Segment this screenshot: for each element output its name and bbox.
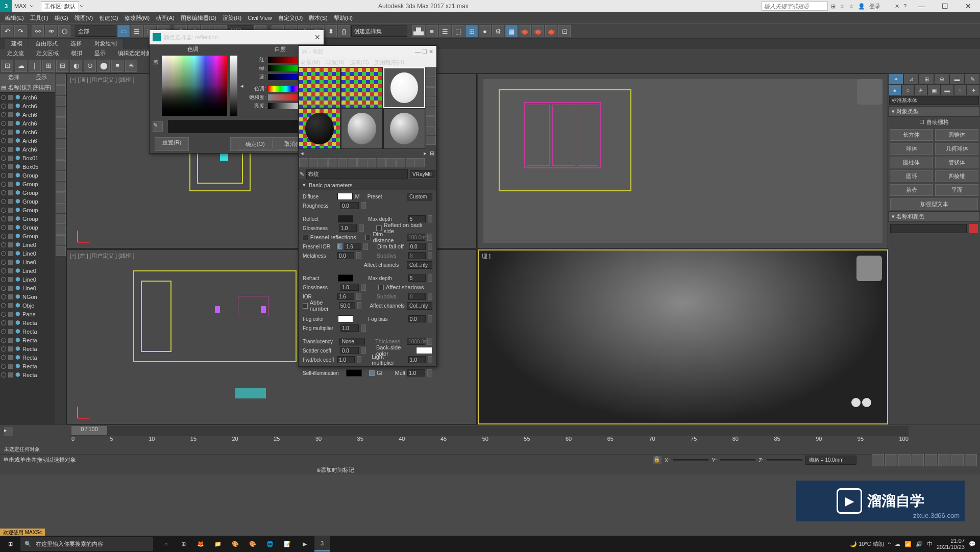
x-input[interactable] xyxy=(673,459,708,461)
visibility-icon[interactable] xyxy=(1,303,6,308)
freeze-icon[interactable] xyxy=(8,156,13,161)
scene-row[interactable]: ⬢Group xyxy=(0,206,55,214)
fogmult-spinner[interactable]: 1.0 xyxy=(340,324,359,332)
visibility-icon[interactable] xyxy=(1,104,6,109)
visibility-icon[interactable] xyxy=(1,164,6,169)
close-icon[interactable]: ✕ xyxy=(314,33,321,41)
spacewarps-icon[interactable]: ≈ xyxy=(954,85,967,96)
ribbon-icon[interactable]: ≡ xyxy=(111,60,124,72)
mat-tool-icon[interactable] xyxy=(406,158,415,167)
menu-help[interactable]: 帮助(H) xyxy=(331,13,356,23)
tab-selection[interactable]: 选择 xyxy=(64,39,88,49)
spinner-arrows[interactable] xyxy=(427,369,432,377)
visibility-icon[interactable] xyxy=(1,234,6,239)
render-prod-button[interactable]: 🫖 xyxy=(532,25,544,37)
freeze-icon[interactable] xyxy=(8,164,13,169)
filter-icon[interactable] xyxy=(56,74,66,85)
mat-tool-icon[interactable] xyxy=(386,158,396,167)
create-tab[interactable]: ✦ xyxy=(888,73,903,85)
scene-row[interactable]: ⬢Group xyxy=(0,171,55,180)
exchange-icon[interactable]: ✕ xyxy=(895,3,899,10)
ribbon-icon[interactable]: ⊙ xyxy=(84,60,96,72)
mat-menu-material[interactable]: 材质(M) xyxy=(301,59,321,66)
spinner-arrows[interactable] xyxy=(428,315,432,322)
tray-cloud-icon[interactable]: ☁ xyxy=(895,541,900,547)
undo-button[interactable]: ↶ xyxy=(1,25,13,37)
tab-paint[interactable]: 对象绘制 xyxy=(88,39,124,49)
user-icon[interactable]: 👤 xyxy=(858,3,865,10)
slot-tool-icon[interactable] xyxy=(426,136,436,145)
diffuse-map-button[interactable]: M xyxy=(355,193,360,199)
freeze-icon[interactable] xyxy=(8,286,13,291)
visibility-icon[interactable] xyxy=(1,294,6,299)
menu-edit[interactable]: 编辑(E) xyxy=(2,13,27,23)
spinner-arrows[interactable] xyxy=(356,293,361,300)
color-gradient[interactable] xyxy=(162,56,227,116)
filter-icon[interactable] xyxy=(56,192,66,203)
app-icon[interactable]: 📝 xyxy=(280,536,295,551)
nav-icon[interactable] xyxy=(938,454,950,466)
ok-button[interactable]: 确定(O) xyxy=(238,139,273,149)
render-iter-button[interactable]: 🫖 xyxy=(545,25,557,37)
render-button[interactable]: 🫖 xyxy=(519,25,531,37)
scene-row[interactable]: ⬢Arch6 xyxy=(0,119,55,128)
visibility-icon[interactable] xyxy=(1,268,6,273)
scene-row[interactable]: ⬢Group xyxy=(0,197,55,206)
subdivs-spinner[interactable]: 8 xyxy=(408,252,425,259)
dimfall-spinner[interactable]: 0.0 xyxy=(409,243,426,250)
lock-icon[interactable]: L xyxy=(337,243,342,249)
chevron-down-icon[interactable] xyxy=(79,3,85,9)
filter-icon[interactable] xyxy=(56,149,66,160)
material-slot[interactable] xyxy=(299,109,340,149)
hierarchy-tab[interactable]: ⊞ xyxy=(919,73,934,85)
dimdist-check[interactable] xyxy=(365,235,371,240)
firefox-icon[interactable]: 🦊 xyxy=(193,536,208,551)
visibility-icon[interactable] xyxy=(1,286,6,291)
tube-button[interactable]: 管状体 xyxy=(935,157,978,168)
dialog-title[interactable]: 颜色选择器: reflection ✕ xyxy=(150,30,324,44)
filter-icon[interactable] xyxy=(56,224,66,235)
ribbon-icon[interactable]: ⬤ xyxy=(97,60,110,72)
mat-tool-icon[interactable] xyxy=(377,158,386,167)
visibility-icon[interactable] xyxy=(1,242,6,247)
selection-filter[interactable]: 全部 xyxy=(76,26,116,37)
eyedropper-icon[interactable]: ✎ xyxy=(153,121,163,132)
scene-row[interactable]: ⬢Recta xyxy=(0,327,55,336)
mat-menu-options[interactable]: 选项(O) xyxy=(350,59,369,66)
scene-row[interactable]: ⬢Box05 xyxy=(0,162,55,171)
filter-icon[interactable] xyxy=(56,203,66,213)
taskview-icon[interactable]: ⊞ xyxy=(176,536,191,551)
freeze-icon[interactable] xyxy=(8,121,13,126)
frame-indicator[interactable]: 0 / 100 xyxy=(71,426,107,435)
spinner-arrows[interactable] xyxy=(428,252,432,259)
visibility-icon[interactable] xyxy=(1,364,6,369)
visibility-icon[interactable] xyxy=(1,95,6,100)
scene-row[interactable]: ⬢Recta xyxy=(0,344,55,353)
roughness-spinner[interactable]: 0.0 xyxy=(340,202,359,209)
spinner-arrows[interactable] xyxy=(427,338,432,345)
scene-row[interactable]: ⬢Arch6 xyxy=(0,136,55,145)
visibility-icon[interactable] xyxy=(1,173,6,178)
mat-tool-icon[interactable] xyxy=(318,158,328,167)
freeze-icon[interactable] xyxy=(8,190,13,195)
tab-modeling[interactable]: 建模 xyxy=(5,39,29,49)
affectch-dropdown[interactable]: Col...nly xyxy=(407,261,432,269)
scene-row[interactable]: ⬢Line0 xyxy=(0,266,55,275)
cylinder-button[interactable]: 圆柱体 xyxy=(890,157,933,168)
scene-row[interactable]: ⬢Group xyxy=(0,180,55,188)
material-name-input[interactable] xyxy=(306,169,408,179)
object-color-swatch[interactable] xyxy=(969,224,978,233)
filter-icon[interactable] xyxy=(56,139,66,149)
dropdown-icon[interactable] xyxy=(29,3,36,10)
filter-icon[interactable] xyxy=(56,117,66,128)
visibility-icon[interactable] xyxy=(1,329,6,334)
fogcolor-swatch[interactable] xyxy=(338,315,353,322)
subtab-display[interactable]: 显示 xyxy=(90,49,110,58)
material-slot[interactable] xyxy=(383,67,425,108)
scene-row[interactable]: ⬢Arch6 xyxy=(0,102,55,110)
weather-widget[interactable]: 🌙 10°C 晴朗 xyxy=(850,540,884,548)
z-input[interactable] xyxy=(767,459,802,461)
select-tab[interactable]: 选择 xyxy=(0,73,28,83)
3dsmax-taskbar-icon[interactable]: 3 xyxy=(314,536,330,551)
freeze-icon[interactable] xyxy=(8,95,13,100)
